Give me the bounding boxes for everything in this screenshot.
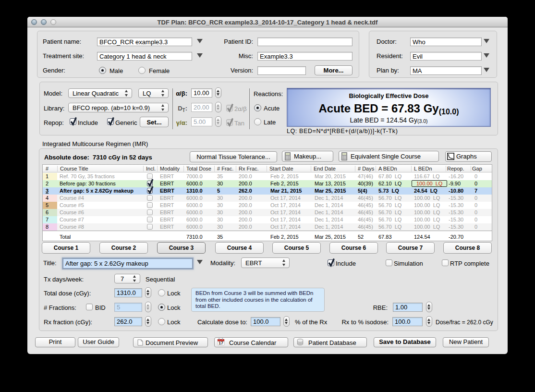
svg-text:17: 17 bbox=[219, 341, 223, 345]
